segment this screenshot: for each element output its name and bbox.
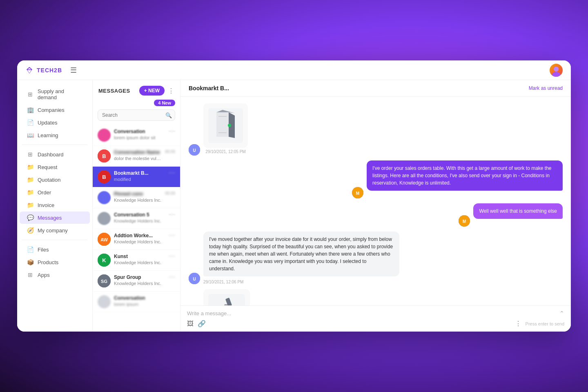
sidebar-item-messages[interactable]: 💬 Messages [20,212,90,224]
message-group: I've order your sales orders table. With… [367,160,563,198]
file-icon: 📄 [27,119,33,126]
menu-icon[interactable]: ☰ [70,66,77,75]
sidebar-item-invoice[interactable]: 📁 Invoice [20,199,90,211]
sidebar-item-my-company[interactable]: 🧭 My company [20,224,90,236]
conversation-item[interactable]: Pinned conv Knowledge Holders Inc. 00:00 [93,187,180,208]
logo: TECH2B [25,66,62,74]
user-avatar[interactable] [550,64,563,77]
new-message-button[interactable]: + NEW [139,86,165,96]
conversation-item[interactable]: B Conversation Name dolor the molestie v… [93,146,180,167]
conv-name: Bookmarkt B... [114,170,165,176]
product-image-2 [208,294,245,305]
sidebar-item-files[interactable]: 📄 Files [20,243,90,256]
message-row: U [189,289,563,305]
folder-order-icon: 📁 [27,189,33,196]
conv-name: Conversation [114,295,175,301]
main-content: ⊞ Supply and demand 🏢 Companies 📄 Update… [17,80,571,332]
search-icon[interactable]: 🔍 [165,112,172,118]
sidebar-label-order: Order [38,189,51,196]
conv-time: --:-- [169,233,175,237]
conv-preview: lorem ipsum dolor sit [114,135,165,140]
conv-avatar: B [98,170,111,183]
conv-body: Conversation lorem ipsum [114,295,175,307]
svg-text:M: M [356,191,359,196]
compose-top: Write a message... ⌃ [187,310,564,316]
sidebar-item-quotation[interactable]: 📁 Quotation [20,174,90,186]
sidebar-item-dashboard[interactable]: ⊞ Dashboard [20,148,90,160]
svg-text:U: U [193,277,196,281]
more-compose-icon[interactable]: ⋮ [515,320,521,327]
conv-time: --:-- [169,254,175,258]
product-image-container-2 [203,289,250,305]
messages-header: MESSAGES + NEW ⋮ [93,80,180,100]
sender-avatar-right: M [352,187,363,198]
dashboard-icon: ⊞ [27,151,33,158]
more-options-icon[interactable]: ⋮ [168,87,174,95]
sidebar-item-supply-demand[interactable]: ⊞ Supply and demand [20,85,90,103]
conv-preview: Knowledge Holders Inc. [114,281,165,286]
main-window: TECH2B ☰ ⊞ Supply and demand 🏢 Companies… [17,60,571,332]
conv-preview: dolor the molestie vulputate [114,156,162,161]
svg-text:B: B [102,174,106,180]
sender-avatar: U [189,273,200,284]
sidebar-item-order[interactable]: 📁 Order [20,186,90,198]
sidebar-item-request[interactable]: 📁 Request [20,161,90,173]
chat-panel: Bookmarkt B... Mark as unread U [180,80,571,332]
sidebar-label-supply: Supply and demand [38,88,82,100]
sender-avatar-right: M [459,215,470,227]
msg-timestamp: 29/10/2021, 12:05 PM [203,149,248,154]
conversation-item[interactable]: Conversation lorem ipsum dolor sit --:-- [93,125,180,146]
conv-body: Spur Group Knowledge Holders Inc. [114,274,165,286]
sidebar: ⊞ Supply and demand 🏢 Companies 📄 Update… [17,80,93,332]
conversation-item[interactable]: Conversation lorem ipsum [93,292,180,312]
conv-time: 00:00 [165,149,175,154]
conv-preview: Knowledge Holders Inc. [114,260,165,265]
svg-text:SG: SG [101,279,107,284]
conv-body: Conversation lorem ipsum dolor sit [114,129,165,140]
svg-marker-18 [216,112,229,137]
search-input[interactable] [98,109,175,121]
chat-icon: 💬 [27,214,33,221]
sidebar-item-apps[interactable]: ⊞ Apps [20,269,90,281]
folder-request-icon: 📁 [27,164,33,170]
sidebar-item-products[interactable]: 📦 Products [20,256,90,268]
sidebar-label-messages: Messages [38,215,62,221]
conversation-item[interactable]: Conversation 5 Knowledge Holders Inc. --… [93,208,180,229]
conv-body: Conversation 5 Knowledge Holders Inc. [114,212,165,223]
conv-time: --:-- [169,212,175,216]
conversation-item-active[interactable]: B Bookmarkt B... modified --:-- [93,167,180,187]
messages-panel: MESSAGES + NEW ⋮ 4 New 🔍 Conversation lo… [93,80,180,332]
sidebar-item-updates[interactable]: 📄 Updates [20,116,90,129]
conv-avatar: SG [98,274,111,287]
svg-text:K: K [102,257,106,263]
book-icon: 📖 [27,132,33,138]
conversation-item[interactable]: AW Addtion Worke... Knowledge Holders In… [93,229,180,250]
message-row: U I've moved together after your invoice… [189,232,563,284]
building-icon: 🏢 [27,107,33,113]
compose-placeholder: Write a message... [187,310,559,316]
chat-messages: U [180,97,571,305]
sidebar-item-companies[interactable]: 🏢 Companies [20,104,90,116]
conversation-item[interactable]: K Kunst Knowledge Holders Inc. --:-- [93,250,180,271]
sidebar-item-learning[interactable]: 📖 Learning [20,129,90,141]
conversation-list: Conversation lorem ipsum dolor sit --:--… [93,125,180,332]
mark-unread-button[interactable]: Mark as unread [529,85,563,91]
sidebar-label-apps: Apps [38,272,50,278]
compose-hint: Press enter to send [526,321,564,326]
message-row: Well well well that is something else 29… [189,203,563,227]
conv-name: Conversation 5 [114,212,165,218]
conv-name: Kunst [114,254,165,259]
conversation-item[interactable]: SG Spur Group Knowledge Holders Inc. --:… [93,271,180,292]
svg-point-1 [552,72,560,77]
conv-avatar [98,129,111,142]
expand-compose-icon[interactable]: ⌃ [559,310,564,316]
sidebar-label-quotation: Quotation [38,177,60,183]
message-group: I've moved together after your invoice d… [203,232,399,284]
msg-timestamp: 29/10/2021, 12:05 PM ✓✓ [367,194,563,198]
logo-icon [25,66,33,74]
image-attach-icon[interactable]: 🖼 [187,320,194,327]
conv-preview: Knowledge Holders Inc. [114,239,165,244]
link-icon[interactable]: 🔗 [198,320,206,327]
conv-avatar: AW [98,233,111,246]
conv-name: Spur Group [114,274,165,280]
